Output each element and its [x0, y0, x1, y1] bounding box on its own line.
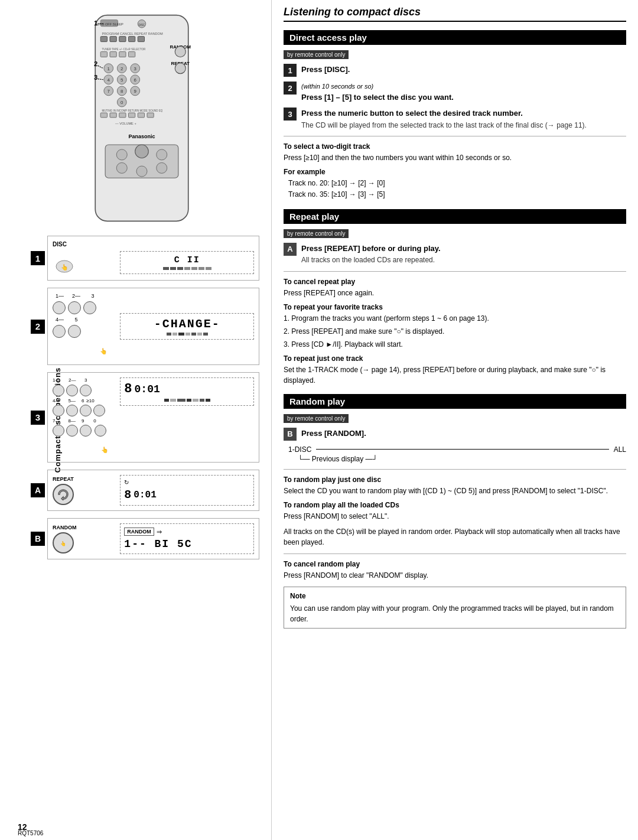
svg-point-50 [116, 149, 127, 160]
divider-2 [284, 271, 626, 272]
step-1-num: 1 [284, 64, 297, 77]
svg-text:👆: 👆 [101, 446, 109, 454]
diagram-2-label: 2 [31, 320, 45, 334]
note-box-label: Note [290, 591, 620, 601]
diagram-B-label: B [31, 532, 45, 546]
random-button-label: RANDOM [53, 525, 115, 530]
svg-rect-18 [119, 52, 125, 57]
svg-text:3: 3 [94, 74, 97, 81]
two-digit-text: Press [≥10] and then the two numbers you… [284, 152, 626, 163]
diagram-B: B RANDOM 👆 RANDOM ⇒ 1-- BI 5C [47, 518, 259, 559]
svg-text:8: 8 [121, 89, 123, 94]
svg-point-14 [175, 63, 185, 74]
note-box: Note You can use random play with your p… [284, 587, 626, 629]
svg-text:0: 0 [121, 100, 123, 105]
favorite-step-3: 3. Press [CD ►/II]. Playback will start. [284, 339, 626, 350]
doc-code: RQT5706 [18, 830, 43, 836]
svg-point-54 [136, 166, 147, 177]
svg-text:👆: 👆 [61, 263, 69, 271]
one-track-heading: To repeat just one track [284, 354, 626, 363]
direct-access-header: Direct access play [284, 30, 626, 45]
svg-rect-10 [138, 37, 144, 42]
svg-text:9: 9 [134, 89, 136, 94]
step-A-letter: A [284, 243, 297, 256]
svg-rect-8 [119, 37, 125, 42]
cancel-repeat-text: Press [REPEAT] once again. [284, 288, 626, 298]
svg-text:3: 3 [134, 66, 136, 71]
svg-text:6: 6 [134, 77, 136, 83]
divider-3 [284, 469, 626, 470]
random-btn-circle: 👆 [53, 532, 74, 554]
step-3-note: The CD will be played from the selected … [301, 121, 626, 131]
svg-text:4: 4 [107, 77, 110, 83]
svg-rect-19 [128, 52, 135, 57]
step-2-text: (within 10 seconds or so) Press [1] – [5… [301, 82, 626, 103]
cancel-repeat-heading: To cancel repeat play [284, 278, 626, 286]
svg-text:AUTO OFF SLEEP: AUTO OFF SLEEP [95, 22, 123, 26]
example-heading: For example [284, 168, 626, 176]
right-panel: Listening to compact discs Direct access… [272, 0, 638, 840]
step-B-row: B Press [RANDOM]. [284, 428, 626, 441]
step-B-strong: Press [RANDOM]. [301, 429, 366, 438]
repeat-play-badge: by remote control only [284, 229, 349, 238]
step-1-row: 1 Press [DISC]. [284, 64, 626, 77]
all-tracks-text: All tracks on the CD(s) will be played i… [284, 526, 626, 548]
favorite-step-2: 2. Press [REPEAT] and make sure "○" is d… [284, 326, 626, 337]
display-2: -CHANGE- [124, 317, 250, 331]
diagram-1-label: 1 [31, 251, 45, 265]
svg-text:1: 1 [94, 19, 97, 27]
example-1: Track no. 20: [≥10] → [2] → [0] [288, 178, 626, 189]
repeat-btn-circle [53, 484, 74, 505]
page-title: Listening to compact discs [284, 6, 626, 22]
svg-text:DISC: DISC [138, 24, 145, 27]
all-loaded-heading: To random play all the loaded CDs [284, 501, 626, 509]
display-3-time: 0:01 [135, 383, 160, 395]
step-B-text: Press [RANDOM]. [301, 428, 626, 439]
step-2-main: Press [1] – [5] to select the disc you w… [301, 93, 454, 102]
svg-rect-42 [110, 113, 116, 118]
diagram-3-label: 3 [31, 411, 45, 425]
svg-point-12 [175, 47, 185, 57]
random-play-badge: by remote control only [284, 414, 349, 423]
step-2-row: 2 (within 10 seconds or so) Press [1] – … [284, 82, 626, 103]
flow-start: 1-DISC [288, 445, 311, 454]
step-2-num: 2 [284, 82, 297, 95]
display-A-track: 8 [124, 488, 131, 502]
direct-access-badge: by remote control only [284, 50, 349, 59]
disc-label-1: DISC [53, 241, 254, 248]
flow-diagram: 1-DISC ALL └— Previous display —┘ [288, 445, 626, 463]
display-1: C II [124, 255, 250, 265]
step-2-subtext: (within 10 seconds or so) [301, 82, 626, 92]
svg-rect-17 [110, 52, 116, 57]
svg-text:PROGRAM CANCEL REPEAT RANDOM: PROGRAM CANCEL REPEAT RANDOM [102, 32, 162, 35]
step-A-row: A Press [REPEAT] before or during play. … [284, 243, 626, 265]
step-3-strong: Press the numeric button to select the d… [301, 109, 523, 118]
svg-text:👆: 👆 [100, 347, 108, 355]
svg-rect-6 [100, 37, 107, 42]
flow-prev: └— Previous display —┘ [298, 455, 626, 463]
repeat-play-header: Repeat play [284, 209, 626, 224]
step-3-num: 3 [284, 108, 297, 121]
svg-rect-43 [119, 113, 125, 118]
svg-point-55 [156, 162, 167, 173]
diagram-A: A REPEAT ↻ 8 0:01 [47, 470, 259, 511]
svg-rect-44 [128, 113, 135, 118]
divider-4 [284, 554, 626, 554]
svg-text:2: 2 [121, 66, 123, 71]
svg-text:TUNER  TAPE +/- CD+R SELECTOR: TUNER TAPE +/- CD+R SELECTOR [102, 48, 146, 51]
one-track-text: Set the 1-TRACK mode (→ page 14), press … [284, 364, 626, 386]
cancel-random-heading: To cancel random play [284, 560, 626, 568]
step-A-strong: Press [REPEAT] before or during play. [301, 244, 441, 253]
svg-rect-46 [147, 113, 154, 118]
examples-block: Track no. 20: [≥10] → [2] → [0] Track no… [288, 178, 626, 200]
example-2: Track no. 35: [≥10] → [3] → [5] [288, 189, 626, 200]
svg-text:2: 2 [94, 60, 97, 67]
remote-svg: AUTO OFF SLEEP DISC PROGRAM CANCEL REPEA… [89, 12, 207, 226]
diagram-A-label: A [31, 483, 45, 497]
svg-text:5: 5 [121, 77, 123, 83]
repeat-button-label: REPEAT [53, 476, 115, 482]
svg-rect-16 [100, 52, 107, 57]
step-1-text: Press [DISC]. [301, 64, 626, 76]
flow-end: ALL [614, 445, 626, 454]
diagram-3: 3 1—2—3 4— 5— 6 ≥10 [47, 372, 259, 463]
